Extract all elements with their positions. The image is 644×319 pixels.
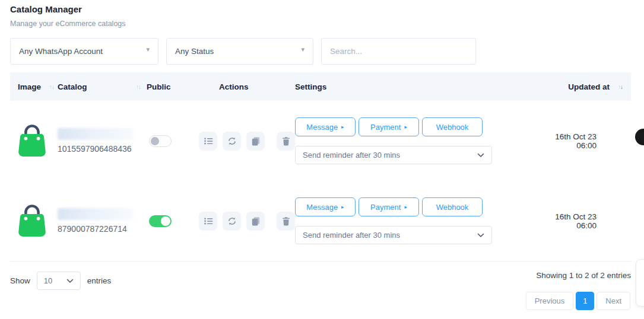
whatsapp-account-filter[interactable]: Any WhatsApp Account ▾ xyxy=(10,38,158,65)
column-header-updated-at[interactable]: Updated at ↑↓ xyxy=(545,82,631,91)
payment-button[interactable]: Payment ▸ xyxy=(359,117,419,136)
whatsapp-account-filter-value: Any WhatsApp Account xyxy=(19,47,103,56)
settings-cell: Message ▸ Payment ▸ Webhook Send reminde… xyxy=(295,117,545,164)
delete-button[interactable] xyxy=(277,132,295,151)
catalog-cell: 1015597906488436 xyxy=(58,128,147,154)
sort-icon[interactable]: ↑↓ xyxy=(618,84,623,90)
floating-widget-panel[interactable] xyxy=(636,259,644,307)
public-toggle[interactable] xyxy=(149,135,172,147)
public-cell xyxy=(147,135,194,147)
trash-icon xyxy=(281,136,291,146)
page-size-value: 10 xyxy=(44,276,52,285)
message-button[interactable]: Message ▸ xyxy=(295,197,356,216)
column-header-settings: Settings xyxy=(295,82,545,91)
reminder-select[interactable]: Send reminder after 30 mins xyxy=(295,226,492,244)
page-size-select[interactable]: 10 xyxy=(37,272,81,290)
sync-button[interactable] xyxy=(223,132,241,151)
settings-buttons: Message ▸ Payment ▸ Webhook xyxy=(295,117,545,136)
reminder-select-value: Send reminder after 30 mins xyxy=(303,151,400,160)
caret-down-icon: ▾ xyxy=(146,46,150,53)
trash-icon xyxy=(281,216,291,226)
previous-page-button[interactable]: Previous xyxy=(526,292,574,310)
status-filter-value: Any Status xyxy=(175,47,214,56)
floating-widget-circle[interactable] xyxy=(635,129,644,145)
settings-buttons: Message ▸ Payment ▸ Webhook xyxy=(295,197,545,216)
sort-icon[interactable]: ↑↓ xyxy=(136,84,141,90)
pagination: Previous 1 Next xyxy=(526,292,630,310)
toggle-knob xyxy=(161,216,170,226)
catalog-manager-page: Catalog Manager Manage your eCommerce ca… xyxy=(0,0,644,319)
actions-cell xyxy=(194,132,295,151)
reminder-select[interactable]: Send reminder after 30 mins xyxy=(295,146,492,164)
page-size-control: Show 10 entries xyxy=(10,272,111,290)
sync-icon xyxy=(227,136,237,146)
page-subtitle: Manage your eCommerce catalogs xyxy=(10,20,126,28)
sort-icon[interactable]: ↑↓ xyxy=(49,84,54,90)
show-label: Show xyxy=(10,276,30,285)
webhook-button[interactable]: Webhook xyxy=(422,117,483,136)
list-icon xyxy=(204,216,213,226)
copy-icon xyxy=(251,216,261,226)
list-button[interactable] xyxy=(199,212,217,231)
column-header-actions: Actions xyxy=(194,82,295,91)
copy-icon xyxy=(251,136,261,146)
copy-button[interactable] xyxy=(246,212,265,231)
shopping-bag-icon xyxy=(16,202,48,238)
message-button[interactable]: Message ▸ xyxy=(295,117,356,136)
payment-button[interactable]: Payment ▸ xyxy=(359,197,419,216)
page-title: Catalog Manager xyxy=(10,4,82,14)
search-input[interactable] xyxy=(321,38,476,65)
page-1-button[interactable]: 1 xyxy=(576,292,594,310)
catalog-cell: 879000787226714 xyxy=(58,208,147,234)
catalog-image-cell xyxy=(10,202,58,240)
webhook-button[interactable]: Webhook xyxy=(422,197,483,216)
column-header-public: Public xyxy=(147,82,194,91)
actions-cell xyxy=(194,212,295,231)
column-header-catalog[interactable]: Catalog ↑↓ xyxy=(58,82,147,91)
catalog-name-redacted xyxy=(58,128,134,140)
catalog-id: 879000787226714 xyxy=(58,224,142,234)
public-cell xyxy=(147,215,194,227)
next-page-button[interactable]: Next xyxy=(597,292,630,310)
chevron-down-icon xyxy=(477,153,484,158)
delete-button[interactable] xyxy=(277,212,295,231)
sync-icon xyxy=(227,216,237,226)
filter-bar: Any WhatsApp Account ▾ Any Status ▾ xyxy=(10,38,476,65)
public-toggle[interactable] xyxy=(149,215,172,227)
column-header-image[interactable]: Image ↑↓ xyxy=(10,82,58,91)
table-header: Image ↑↓ Catalog ↑↓ Public Actions Setti… xyxy=(10,72,631,101)
catalog-name-redacted xyxy=(58,208,134,220)
list-icon xyxy=(204,136,213,146)
updated-at: 16th Oct 23 06:00 xyxy=(545,212,631,230)
settings-cell: Message ▸ Payment ▸ Webhook Send reminde… xyxy=(295,197,545,244)
table-row: 1015597906488436 Message ▸ xyxy=(10,101,631,181)
shopping-bag-icon xyxy=(16,122,48,158)
reminder-select-value: Send reminder after 30 mins xyxy=(303,231,400,240)
catalog-image-cell xyxy=(10,122,58,160)
chevron-down-icon xyxy=(477,233,484,238)
entries-label: entries xyxy=(87,276,112,285)
updated-at: 16th Oct 23 06:00 xyxy=(545,132,631,150)
submenu-caret-icon: ▸ xyxy=(341,205,344,210)
sync-button[interactable] xyxy=(223,212,241,231)
catalog-id: 1015597906488436 xyxy=(58,144,142,154)
table-row: 879000787226714 Message ▸ xyxy=(10,181,631,261)
submenu-caret-icon: ▸ xyxy=(341,125,344,130)
chevron-down-icon xyxy=(66,279,74,283)
toggle-knob xyxy=(151,137,159,145)
submenu-caret-icon: ▸ xyxy=(404,205,407,210)
status-filter[interactable]: Any Status ▾ xyxy=(166,38,313,65)
submenu-caret-icon: ▸ xyxy=(404,125,407,130)
showing-entries-text: Showing 1 to 2 of 2 entries xyxy=(536,271,631,280)
caret-down-icon: ▾ xyxy=(301,46,304,53)
list-button[interactable] xyxy=(199,132,217,151)
copy-button[interactable] xyxy=(246,132,265,151)
